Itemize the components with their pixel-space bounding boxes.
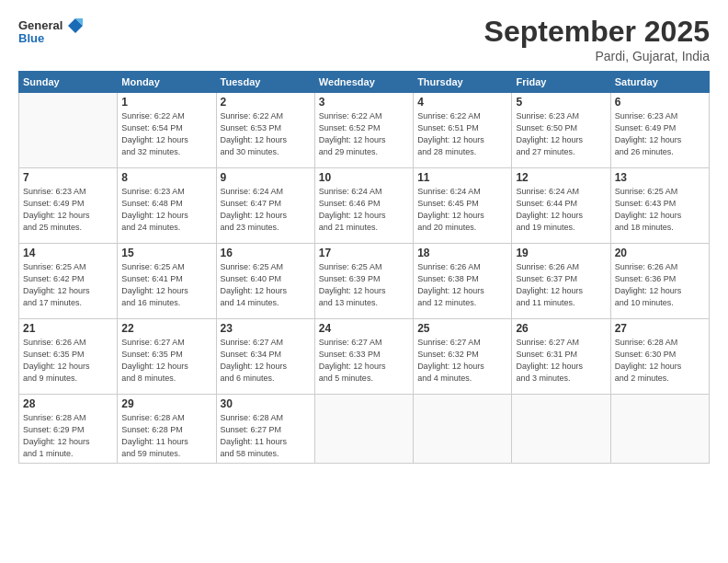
day-number: 18 <box>417 247 507 259</box>
day-info: Sunrise: 6:28 AM Sunset: 6:28 PM Dayligh… <box>121 412 211 460</box>
table-row: 16Sunrise: 6:25 AM Sunset: 6:40 PM Dayli… <box>216 244 314 319</box>
calendar-week-row: 28Sunrise: 6:28 AM Sunset: 6:29 PM Dayli… <box>19 395 710 464</box>
day-info: Sunrise: 6:25 AM Sunset: 6:41 PM Dayligh… <box>121 261 211 309</box>
table-row: 12Sunrise: 6:24 AM Sunset: 6:44 PM Dayli… <box>512 168 610 244</box>
day-info: Sunrise: 6:23 AM Sunset: 6:49 PM Dayligh… <box>23 186 113 234</box>
day-number: 11 <box>417 171 507 184</box>
day-number: 21 <box>23 322 113 335</box>
header-sunday: Sunday <box>19 72 118 93</box>
table-row: 3Sunrise: 6:22 AM Sunset: 6:52 PM Daylig… <box>314 93 413 168</box>
header-monday: Monday <box>118 72 216 93</box>
day-number: 1 <box>121 96 211 109</box>
day-info: Sunrise: 6:27 AM Sunset: 6:35 PM Dayligh… <box>121 337 211 385</box>
day-number: 5 <box>516 96 606 109</box>
svg-text:General: General <box>18 18 63 32</box>
day-info: Sunrise: 6:23 AM Sunset: 6:49 PM Dayligh… <box>615 110 705 158</box>
day-info: Sunrise: 6:27 AM Sunset: 6:32 PM Dayligh… <box>417 337 507 385</box>
day-info: Sunrise: 6:27 AM Sunset: 6:34 PM Dayligh… <box>221 337 311 385</box>
day-info: Sunrise: 6:26 AM Sunset: 6:36 PM Dayligh… <box>615 261 705 309</box>
day-number: 8 <box>121 171 211 184</box>
header-tuesday: Tuesday <box>216 72 314 93</box>
calendar-header-row: Sunday Monday Tuesday Wednesday Thursday… <box>19 72 710 93</box>
table-row: 25Sunrise: 6:27 AM Sunset: 6:32 PM Dayli… <box>414 319 512 395</box>
table-row: 7Sunrise: 6:23 AM Sunset: 6:49 PM Daylig… <box>19 168 118 244</box>
day-number: 2 <box>221 96 311 109</box>
calendar-week-row: 7Sunrise: 6:23 AM Sunset: 6:49 PM Daylig… <box>19 168 710 244</box>
title-section: September 2025 Pardi, Gujarat, India <box>484 15 710 63</box>
day-info: Sunrise: 6:24 AM Sunset: 6:47 PM Dayligh… <box>221 186 311 234</box>
table-row: 10Sunrise: 6:24 AM Sunset: 6:46 PM Dayli… <box>314 168 413 244</box>
table-row: 23Sunrise: 6:27 AM Sunset: 6:34 PM Dayli… <box>216 319 314 395</box>
day-number: 26 <box>516 322 606 335</box>
table-row: 9Sunrise: 6:24 AM Sunset: 6:47 PM Daylig… <box>216 168 314 244</box>
day-info: Sunrise: 6:23 AM Sunset: 6:50 PM Dayligh… <box>516 110 606 158</box>
day-info: Sunrise: 6:26 AM Sunset: 6:37 PM Dayligh… <box>516 261 606 309</box>
table-row: 26Sunrise: 6:27 AM Sunset: 6:31 PM Dayli… <box>512 319 610 395</box>
day-number: 23 <box>221 322 311 335</box>
table-row: 21Sunrise: 6:26 AM Sunset: 6:35 PM Dayli… <box>19 319 118 395</box>
calendar-week-row: 21Sunrise: 6:26 AM Sunset: 6:35 PM Dayli… <box>19 319 710 395</box>
day-info: Sunrise: 6:26 AM Sunset: 6:35 PM Dayligh… <box>23 337 113 385</box>
day-number: 4 <box>417 96 507 109</box>
day-info: Sunrise: 6:25 AM Sunset: 6:39 PM Dayligh… <box>319 261 409 309</box>
day-number: 9 <box>221 171 311 184</box>
calendar: Sunday Monday Tuesday Wednesday Thursday… <box>18 71 710 464</box>
table-row: 15Sunrise: 6:25 AM Sunset: 6:41 PM Dayli… <box>118 244 216 319</box>
day-number: 17 <box>319 247 409 259</box>
day-number: 15 <box>121 247 211 259</box>
day-number: 30 <box>221 397 311 410</box>
table-row: 19Sunrise: 6:26 AM Sunset: 6:37 PM Dayli… <box>512 244 610 319</box>
day-number: 20 <box>615 247 705 259</box>
table-row: 13Sunrise: 6:25 AM Sunset: 6:43 PM Dayli… <box>610 168 709 244</box>
day-number: 28 <box>23 397 113 410</box>
day-number: 27 <box>615 322 705 335</box>
table-row: 28Sunrise: 6:28 AM Sunset: 6:29 PM Dayli… <box>19 395 118 464</box>
table-row <box>314 395 413 464</box>
header-friday: Friday <box>512 72 610 93</box>
day-info: Sunrise: 6:25 AM Sunset: 6:40 PM Dayligh… <box>221 261 311 309</box>
day-number: 16 <box>221 247 311 259</box>
day-info: Sunrise: 6:22 AM Sunset: 6:52 PM Dayligh… <box>319 110 409 158</box>
day-number: 13 <box>615 171 705 184</box>
day-info: Sunrise: 6:26 AM Sunset: 6:38 PM Dayligh… <box>417 261 507 309</box>
day-info: Sunrise: 6:22 AM Sunset: 6:54 PM Dayligh… <box>121 110 211 158</box>
svg-text:Blue: Blue <box>18 31 44 45</box>
day-info: Sunrise: 6:24 AM Sunset: 6:44 PM Dayligh… <box>516 186 606 234</box>
page-header: General Blue September 2025 Pardi, Gujar… <box>18 15 710 63</box>
day-number: 24 <box>319 322 409 335</box>
day-number: 10 <box>319 171 409 184</box>
table-row: 18Sunrise: 6:26 AM Sunset: 6:38 PM Dayli… <box>414 244 512 319</box>
day-number: 6 <box>615 96 705 109</box>
day-number: 19 <box>516 247 606 259</box>
table-row: 30Sunrise: 6:28 AM Sunset: 6:27 PM Dayli… <box>216 395 314 464</box>
day-info: Sunrise: 6:25 AM Sunset: 6:42 PM Dayligh… <box>23 261 113 309</box>
day-info: Sunrise: 6:22 AM Sunset: 6:51 PM Dayligh… <box>417 110 507 158</box>
table-row: 2Sunrise: 6:22 AM Sunset: 6:53 PM Daylig… <box>216 93 314 168</box>
day-number: 29 <box>121 397 211 410</box>
day-info: Sunrise: 6:28 AM Sunset: 6:29 PM Dayligh… <box>23 412 113 460</box>
table-row: 5Sunrise: 6:23 AM Sunset: 6:50 PM Daylig… <box>512 93 610 168</box>
calendar-week-row: 14Sunrise: 6:25 AM Sunset: 6:42 PM Dayli… <box>19 244 710 319</box>
day-number: 25 <box>417 322 507 335</box>
day-info: Sunrise: 6:24 AM Sunset: 6:45 PM Dayligh… <box>417 186 507 234</box>
location: Pardi, Gujarat, India <box>484 49 710 63</box>
day-number: 12 <box>516 171 606 184</box>
logo-svg: General Blue <box>18 15 83 52</box>
table-row: 6Sunrise: 6:23 AM Sunset: 6:49 PM Daylig… <box>610 93 709 168</box>
table-row: 14Sunrise: 6:25 AM Sunset: 6:42 PM Dayli… <box>19 244 118 319</box>
table-row: 17Sunrise: 6:25 AM Sunset: 6:39 PM Dayli… <box>314 244 413 319</box>
day-number: 14 <box>23 247 113 259</box>
table-row: 29Sunrise: 6:28 AM Sunset: 6:28 PM Dayli… <box>118 395 216 464</box>
day-info: Sunrise: 6:24 AM Sunset: 6:46 PM Dayligh… <box>319 186 409 234</box>
day-info: Sunrise: 6:23 AM Sunset: 6:48 PM Dayligh… <box>121 186 211 234</box>
logo: General Blue <box>18 15 83 52</box>
header-saturday: Saturday <box>610 72 709 93</box>
day-number: 3 <box>319 96 409 109</box>
month-title: September 2025 <box>484 15 710 49</box>
day-info: Sunrise: 6:27 AM Sunset: 6:33 PM Dayligh… <box>319 337 409 385</box>
day-info: Sunrise: 6:25 AM Sunset: 6:43 PM Dayligh… <box>615 186 705 234</box>
table-row <box>610 395 709 464</box>
table-row: 27Sunrise: 6:28 AM Sunset: 6:30 PM Dayli… <box>610 319 709 395</box>
table-row: 4Sunrise: 6:22 AM Sunset: 6:51 PM Daylig… <box>414 93 512 168</box>
day-info: Sunrise: 6:28 AM Sunset: 6:27 PM Dayligh… <box>221 412 311 460</box>
